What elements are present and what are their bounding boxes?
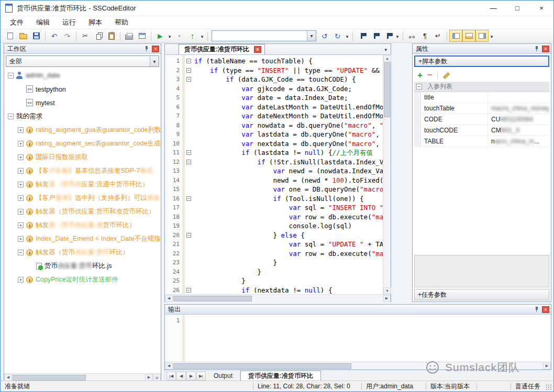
menu-item[interactable]: 运行 — [56, 16, 82, 29]
redo-button[interactable] — [61, 30, 74, 42]
find-previous-button[interactable] — [318, 30, 331, 42]
editor-vscrollbar[interactable] — [383, 55, 391, 294]
fold-icon[interactable] — [186, 77, 191, 82]
task-params-section[interactable]: +任务参数 — [414, 289, 549, 300]
output-hscrollbar[interactable] — [165, 362, 551, 369]
code-line[interactable]: if (tableName == touchTable) { — [194, 57, 383, 66]
workspace-hscrollbar[interactable] — [4, 373, 161, 381]
expand-icon[interactable]: + — [18, 182, 24, 187]
tab-scroll-button[interactable]: ▶| — [196, 372, 206, 380]
tab-scroll-button[interactable]: ▶ — [186, 372, 196, 380]
print-button[interactable] — [123, 30, 136, 42]
expand-icon[interactable]: + — [18, 168, 24, 174]
editor-hscrollbar[interactable] — [165, 294, 391, 302]
expand-icon[interactable]: + — [18, 209, 24, 215]
fold-icon[interactable] — [186, 233, 191, 238]
expand-icon[interactable]: + — [18, 195, 24, 201]
pin-icon[interactable] — [534, 306, 539, 312]
code-line[interactable]: console.log(sql) — [194, 221, 383, 231]
expand-icon[interactable]: + — [18, 154, 24, 160]
code-line[interactable]: var gjkcode = data.GJK_Code; — [194, 84, 383, 94]
tree-item[interactable]: −admin_data — [4, 69, 161, 82]
param-row[interactable]: title — [414, 92, 549, 103]
resize-grip[interactable] — [546, 384, 552, 391]
scroll-thumb[interactable] — [173, 363, 351, 369]
expand-icon[interactable]: + — [18, 277, 24, 283]
tab-scroll-button[interactable]: |◀ — [167, 372, 176, 380]
code-line[interactable]: if (lastdata != null) {//上个月有值 — [194, 148, 383, 158]
expand-icon[interactable]: + — [18, 141, 24, 147]
stop-button[interactable] — [173, 30, 186, 42]
fold-icon[interactable] — [186, 59, 191, 63]
cut-button[interactable] — [79, 30, 92, 42]
code-line[interactable]: var dateLastMonth = DateUtil.endOfMo — [194, 103, 383, 112]
fold-icon[interactable] — [186, 196, 191, 201]
deploy-dropdown-button[interactable] — [199, 30, 205, 42]
paste-button[interactable] — [105, 30, 118, 42]
menu-item[interactable]: 脚本 — [82, 16, 108, 29]
pin-icon[interactable] — [534, 46, 539, 52]
param-row[interactable]: CODECUM01100084 — [414, 114, 549, 125]
bottom-tab[interactable]: Output — [206, 371, 240, 382]
scroll-right-icon[interactable] — [383, 295, 391, 302]
minimize-button[interactable]: — — [481, 1, 505, 16]
scroll-left-icon[interactable] — [165, 295, 173, 302]
expand-icon[interactable]: + — [18, 127, 24, 133]
word-wrap-button[interactable] — [431, 30, 445, 42]
bottom-tab[interactable]: 货币供应量:准货币环比 — [240, 371, 321, 382]
show-eol-button[interactable] — [418, 30, 431, 42]
collapse-icon[interactable]: − — [18, 250, 24, 255]
code-line[interactable]: if (!Str.isNull(lastdata.Index_V — [194, 158, 383, 167]
bookmark-dropdown-button[interactable] — [394, 30, 401, 42]
tree-item[interactable]: +rating_augment_gua表guarantor_code列数据对比 — [4, 123, 161, 137]
copy-button[interactable] — [92, 30, 105, 42]
code-line[interactable]: var nowdata = db.queryOne("macro", " — [194, 121, 383, 130]
param-row[interactable]: touchTablemacro_china_money_supply — [414, 103, 549, 114]
scroll-down-icon[interactable] — [383, 287, 391, 294]
toggle-workspace-panel-button[interactable] — [449, 30, 462, 42]
param-row[interactable]: touchCODECMB01_X — [414, 125, 549, 136]
fold-icon[interactable] — [186, 160, 191, 164]
code-line[interactable]: if (data.GJK_Code == touchCODE) { — [194, 75, 383, 84]
find-dropdown-button[interactable] — [344, 30, 350, 42]
chevron-down-icon[interactable] — [150, 57, 159, 66]
open-button[interactable] — [17, 30, 30, 42]
tree-item[interactable]: +触发器（货币供应量:流通中货币环比） — [4, 177, 161, 191]
maximize-button[interactable]: □ — [505, 1, 529, 16]
run-button[interactable] — [153, 30, 167, 42]
param-value[interactable]: CUM01100084 — [488, 114, 549, 125]
scroll-thumb[interactable] — [13, 375, 86, 380]
editor-tab[interactable]: 货币供应量:准货币环比 — [179, 44, 265, 54]
tree-item[interactable]: +触发器（货币供应量:准货币环比） — [4, 218, 161, 232]
layout-dropdown-button[interactable] — [489, 30, 495, 42]
code-line[interactable]: var lastdata = db.queryOne("macro", — [194, 130, 383, 139]
tab-list-dropdown-icon[interactable] — [384, 46, 387, 53]
scroll-up-icon[interactable] — [383, 55, 391, 62]
code-line[interactable]: var dateNextMonth = DateUtil.endOfMo — [194, 111, 383, 121]
toggle-properties-panel-button[interactable] — [475, 30, 489, 42]
menu-item[interactable]: 编辑 — [30, 16, 56, 29]
chevron-down-icon[interactable] — [307, 31, 316, 41]
fold-icon[interactable] — [186, 68, 191, 73]
code-line[interactable]: if (nextdata != null) { — [194, 286, 383, 295]
scroll-right-icon[interactable] — [543, 363, 551, 369]
param-row[interactable]: TABLEnacro_china_m... — [414, 136, 549, 147]
scroll-right-icon[interactable] — [145, 374, 153, 381]
tree-item[interactable]: +rating_augment_sec表guarantor_code生成规则 — [4, 137, 161, 150]
fold-icon[interactable] — [186, 288, 191, 293]
expand-icon[interactable]: + — [18, 236, 24, 242]
tree-item[interactable]: +国际日报数据抓取 — [4, 150, 161, 164]
remove-param-button[interactable] — [427, 71, 433, 80]
fold-icon[interactable] — [186, 150, 191, 155]
tree-item[interactable]: testpython — [4, 82, 161, 96]
code-line[interactable]: var one = DB.queryOne("macro — [194, 185, 383, 194]
scroll-thumb[interactable] — [384, 62, 390, 117]
bookmark-toggle-button[interactable] — [355, 30, 368, 42]
tree-item[interactable]: +Index_Date_Emend < Index_Date不合规指标处理 — [4, 232, 161, 245]
undo-button[interactable] — [48, 30, 61, 42]
code-editor[interactable]: if (tableName == touchTable) { if (type … — [193, 55, 383, 294]
code-line[interactable]: newd = (newd * 100).toFixed( — [194, 176, 383, 185]
param-group-header[interactable]: 入参列表 — [414, 82, 549, 92]
menu-item[interactable]: 帮助 — [108, 16, 135, 29]
code-line[interactable]: } — [194, 276, 383, 286]
